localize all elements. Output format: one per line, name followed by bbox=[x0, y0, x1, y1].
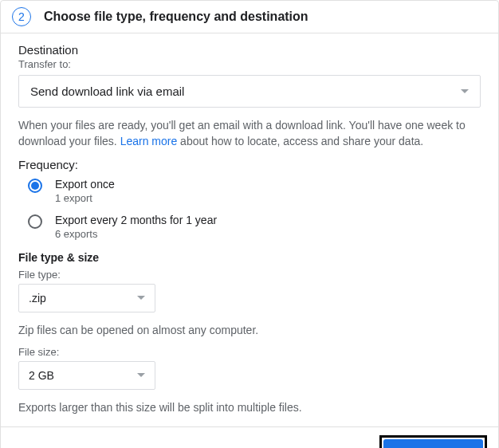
transfer-to-label: Transfer to: bbox=[18, 58, 481, 70]
create-export-button[interactable]: Create export bbox=[383, 439, 483, 448]
transfer-to-value: Send download link via email bbox=[30, 84, 184, 98]
frequency-radio-group: Export once 1 export Export every 2 mont… bbox=[18, 178, 481, 240]
file-size-select[interactable]: 2 GB bbox=[18, 361, 155, 390]
chevron-down-icon bbox=[137, 373, 145, 377]
create-export-highlight: Create export bbox=[379, 435, 487, 448]
chevron-down-icon bbox=[137, 296, 145, 300]
chevron-down-icon bbox=[461, 89, 469, 93]
radio-label-secondary: 6 exports bbox=[55, 228, 217, 240]
file-size-value: 2 GB bbox=[29, 369, 54, 382]
radio-label-secondary: 1 export bbox=[55, 192, 115, 204]
radio-icon bbox=[28, 179, 42, 193]
frequency-option-recurring[interactable]: Export every 2 months for 1 year 6 expor… bbox=[28, 214, 481, 240]
file-type-select[interactable]: .zip bbox=[18, 284, 155, 312]
radio-labels: Export every 2 months for 1 year 6 expor… bbox=[55, 214, 217, 240]
learn-more-link[interactable]: Learn more bbox=[120, 135, 178, 147]
destination-section-title: Destination bbox=[18, 43, 481, 57]
panel-body: Destination Transfer to: Send download l… bbox=[1, 33, 498, 426]
file-type-label: File type: bbox=[18, 269, 481, 281]
radio-label-primary: Export once bbox=[55, 178, 115, 191]
frequency-section-title: Frequency: bbox=[18, 158, 481, 171]
transfer-to-select[interactable]: Send download link via email bbox=[18, 75, 481, 108]
panel-footer: Create export bbox=[1, 426, 498, 448]
file-size-label: File size: bbox=[18, 346, 481, 358]
file-type-size-title: File type & size bbox=[18, 251, 481, 264]
help-text-after: about how to locate, access and share yo… bbox=[177, 135, 423, 147]
export-settings-panel: 2 Choose file type, frequency and destin… bbox=[0, 0, 499, 448]
panel-header: 2 Choose file type, frequency and destin… bbox=[1, 1, 498, 33]
step-number-badge: 2 bbox=[12, 7, 31, 26]
destination-help-text: When your files are ready, you'll get an… bbox=[18, 117, 481, 150]
radio-label-primary: Export every 2 months for 1 year bbox=[55, 214, 217, 226]
file-type-value: .zip bbox=[29, 292, 46, 305]
panel-title: Choose file type, frequency and destinat… bbox=[44, 10, 308, 24]
file-size-help: Exports larger than this size will be sp… bbox=[18, 399, 481, 415]
file-type-help: Zip files can be opened on almost any co… bbox=[18, 322, 481, 338]
radio-icon bbox=[28, 214, 42, 229]
radio-labels: Export once 1 export bbox=[55, 178, 115, 204]
frequency-option-once[interactable]: Export once 1 export bbox=[28, 178, 481, 204]
